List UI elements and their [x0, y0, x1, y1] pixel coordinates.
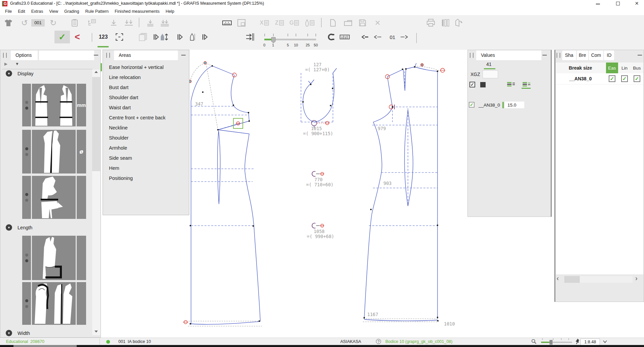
pin-icon[interactable] — [575, 339, 580, 346]
width-section-header[interactable]: ▼ Width — [6, 330, 30, 336]
length-thumb-row-2[interactable] — [22, 282, 86, 325]
scroll-up-icon[interactable] — [94, 71, 98, 73]
export-icon[interactable] — [454, 19, 464, 27]
xgz-input[interactable] — [483, 70, 498, 78]
zoom-slider[interactable] — [540, 338, 573, 345]
areas-item-bust-dart[interactable]: Bust dart — [103, 82, 189, 92]
areas-item-neckline[interactable]: Neckline — [103, 123, 189, 133]
zoom-search-icon[interactable] — [531, 339, 537, 345]
x-values-list-icon[interactable]: X — [260, 20, 269, 26]
redo-icon[interactable]: ↻ — [50, 18, 56, 28]
panels-icon[interactable] — [441, 19, 449, 27]
color-swatch[interactable] — [480, 82, 486, 87]
display-thumb-row-2[interactable]: ø — [22, 130, 86, 174]
print-icon[interactable] — [426, 19, 435, 27]
menu-extras[interactable]: Extras — [28, 9, 46, 14]
hierarchy-icon[interactable] — [87, 19, 96, 27]
option-radio-dots[interactable] — [22, 282, 31, 325]
areas-item-waist-dart[interactable]: Waist dart — [103, 103, 189, 113]
scrollbar-thumb[interactable] — [92, 77, 100, 171]
col-lin[interactable]: Lin — [619, 63, 630, 73]
options-tab[interactable]: Options — [11, 50, 38, 60]
col-break-size[interactable]: Break size — [556, 63, 605, 73]
minimize-panel-icon[interactable] — [181, 55, 186, 55]
scroll-right-icon[interactable]: › — [635, 274, 638, 282]
display-thumb-row-3[interactable] — [22, 176, 86, 219]
hscroll-thumb[interactable] — [564, 276, 580, 283]
tab-bre[interactable]: Bre — [577, 50, 588, 60]
lin-checkbox[interactable] — [621, 75, 628, 82]
option-radio-dots[interactable] — [22, 130, 31, 174]
length-section-header[interactable]: ▼ Length — [6, 224, 32, 231]
areas-item-hem[interactable]: Hem — [103, 163, 189, 173]
panel-grip-icon[interactable] — [3, 53, 7, 58]
help-circle-icon[interactable]: ? — [376, 339, 381, 344]
display-thumb-row-1[interactable]: mm — [22, 84, 86, 126]
menu-finished-measurements[interactable]: Finished measurements — [112, 9, 162, 14]
all-measures-to-list-icon[interactable] — [160, 19, 169, 27]
collapse-arrow-icon[interactable]: ▼ — [15, 62, 19, 66]
minimize-panel-icon[interactable] — [94, 55, 98, 55]
close-file-icon[interactable]: × — [375, 17, 380, 28]
minimize-panel-icon[interactable] — [542, 55, 547, 55]
areas-item-shoulder-dart[interactable]: Shoulder dart — [103, 92, 189, 103]
col-bus[interactable]: Bus — [631, 63, 643, 73]
collapse-circle-icon[interactable]: ▼ — [6, 224, 12, 231]
ruler-icon[interactable] — [222, 21, 232, 25]
break-hscrollbar[interactable]: ‹ › — [555, 275, 644, 283]
collapse-circle-icon[interactable]: ▼ — [6, 330, 12, 336]
eas-checkbox[interactable] — [609, 75, 615, 82]
areas-item-shoulder[interactable]: Shoulder — [103, 133, 189, 143]
length-thumb-row-1[interactable] — [22, 236, 86, 280]
garment-icon[interactable] — [4, 19, 12, 27]
measure-tool-icon[interactable] — [340, 35, 350, 39]
menu-help[interactable]: Help — [162, 9, 177, 14]
close-button[interactable]: × — [635, 0, 639, 7]
display-option-thumbnail[interactable] — [32, 84, 76, 126]
values-tab[interactable]: Values — [476, 50, 541, 60]
scroll-left-icon[interactable]: ‹ — [557, 274, 559, 282]
expand-arrow-icon[interactable]: ▶ — [4, 62, 7, 66]
minimize-button[interactable] — [596, 4, 600, 4]
panel-grip-icon[interactable] — [557, 53, 560, 58]
collapse-circle-icon[interactable]: ▼ — [6, 70, 12, 77]
col-eas[interactable]: Eas — [606, 63, 618, 73]
value-row-input[interactable]: 15.0 — [505, 102, 524, 108]
scroll-down-icon[interactable] — [94, 331, 98, 333]
page-previous-icon[interactable] — [374, 35, 382, 39]
areas-item-line-relocation[interactable]: Line relocation — [103, 72, 189, 82]
menu-rule-pattern[interactable]: Rule Pattern — [82, 9, 112, 14]
page-first-icon[interactable] — [361, 35, 369, 39]
minimize-panel-icon[interactable] — [638, 55, 642, 55]
insert-measure-icon[interactable] — [110, 19, 117, 27]
break-table-row[interactable]: __AN38_0 — [556, 73, 643, 84]
hscroll-track[interactable] — [564, 276, 633, 283]
scale-dropdown-icon[interactable] — [603, 340, 607, 344]
maximize-button[interactable] — [616, 2, 620, 5]
step-counter-field[interactable]: 001 — [31, 19, 45, 27]
z-values-list-icon[interactable]: Z — [275, 20, 284, 26]
body-measures-list-icon[interactable] — [305, 19, 314, 27]
frame-icon[interactable] — [237, 19, 246, 27]
length-option-thumbnail[interactable] — [32, 236, 76, 280]
option-radio-dots[interactable] — [22, 236, 31, 280]
list-style-icon[interactable] — [507, 82, 512, 86]
menu-view[interactable]: View — [46, 9, 61, 14]
display-option-thumbnail[interactable] — [32, 130, 76, 174]
new-file-icon[interactable] — [330, 19, 336, 27]
undo-icon[interactable]: ↺ — [21, 18, 28, 28]
panel-grip-icon[interactable] — [470, 53, 473, 58]
menu-grading[interactable]: Grading — [61, 9, 82, 14]
option-radio-dots[interactable] — [22, 176, 31, 219]
tab-com[interactable]: Com — [589, 50, 604, 60]
areas-item-ease[interactable]: Ease horizontal + vertical — [103, 62, 189, 72]
areas-item-centre-front-back[interactable]: Centre front + centre back — [103, 113, 189, 123]
save-icon[interactable] — [359, 19, 366, 27]
option-radio-dots[interactable] — [22, 84, 31, 126]
protocol-icon[interactable] — [71, 19, 78, 27]
menu-edit[interactable]: Edit — [15, 9, 28, 14]
open-folder-icon[interactable] — [344, 20, 352, 26]
areas-item-armhole[interactable]: Armhole — [103, 143, 189, 153]
tab-sha[interactable]: Sha — [562, 50, 576, 60]
display-section-header[interactable]: ▼ Display — [6, 70, 34, 77]
